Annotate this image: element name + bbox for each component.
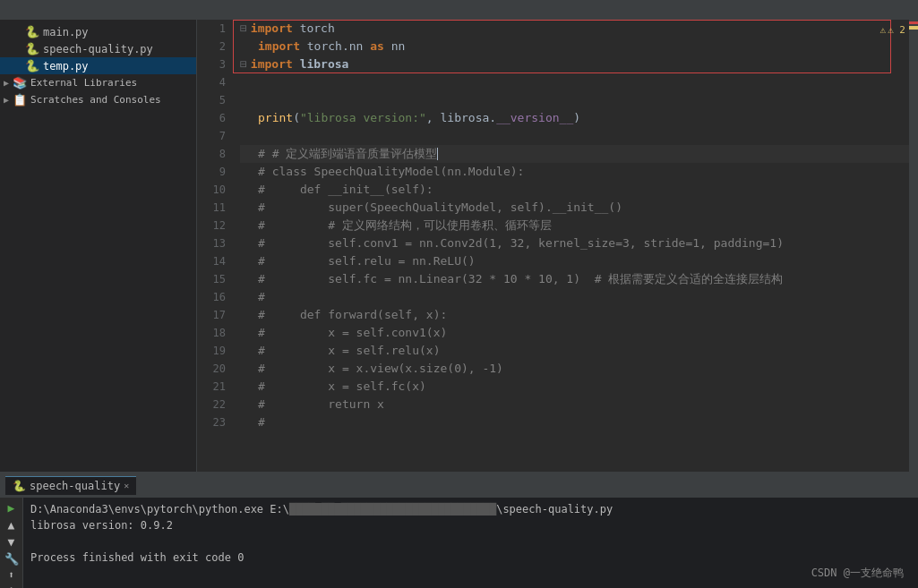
line-num-13: 13 — [197, 234, 226, 252]
fold-icon-3: ⊟ — [240, 55, 247, 73]
external-libraries-header[interactable]: ▶ 📚 External Libraries — [0, 74, 196, 91]
line-num-11: 11 — [197, 199, 226, 217]
line-num-15: 15 — [197, 270, 226, 288]
sidebar-item-temp[interactable]: 🐍 temp.py — [0, 57, 196, 74]
run-settings-button[interactable]: 🔧 — [4, 552, 20, 566]
python-icon-speech: 🐍 — [25, 42, 39, 55]
editor-content: 1 2 3 4 5 6 7 8 9 10 11 12 13 14 15 16 1… — [197, 20, 918, 472]
line-num-8: 8 — [197, 145, 226, 163]
run-tab-speech-quality[interactable]: 🐍 speech-quality ✕ — [5, 476, 136, 495]
run-body: ▶ ▲ ▼ 🔧 ⬆ ⬇ D:\Anaconda3\envs\pytorch\py… — [0, 498, 918, 588]
run-tab-icon: 🐍 — [13, 480, 26, 492]
main-area: 🐍 main.py 🐍 speech-quality.py 🐍 temp.py … — [0, 20, 918, 472]
run-left-bar: ▶ ▲ ▼ 🔧 ⬆ ⬇ — [0, 498, 23, 588]
code-line-8: # # 定义端到端语音质量评估模型 — [240, 145, 909, 163]
code-line-16: # — [240, 288, 909, 306]
line-num-18: 18 — [197, 324, 226, 342]
line-num-10: 10 — [197, 181, 226, 199]
editor-area: 1 2 3 4 5 6 7 8 9 10 11 12 13 14 15 16 1… — [197, 20, 918, 472]
scroll-error-marker — [909, 21, 918, 24]
scratches-icon: 📋 — [13, 93, 27, 107]
cursor — [437, 148, 438, 160]
run-scroll-up-alt[interactable]: ⬆ — [4, 569, 20, 581]
sidebar-item-speech[interactable]: 🐍 speech-quality.py — [0, 40, 196, 57]
code-line-12: # # 定义网络结构，可以使用卷积、循环等层 — [240, 217, 909, 234]
output-blank-line — [30, 533, 911, 550]
line-num-21: 21 — [197, 378, 226, 396]
line-num-1: 1 — [197, 20, 226, 38]
line-num-2: 2 — [197, 38, 226, 55]
code-line-4 — [240, 73, 909, 91]
scratches-label: Scratches and Consoles — [30, 94, 161, 106]
run-output: D:\Anaconda3\envs\pytorch\python.exe E:\… — [23, 498, 918, 588]
run-tab-label: speech-quality — [30, 480, 120, 492]
code-line-10: # def __init__(self): — [240, 181, 909, 199]
line-num-12: 12 — [197, 217, 226, 234]
scroll-warning-marker — [909, 26, 918, 30]
sidebar: 🐍 main.py 🐍 speech-quality.py 🐍 temp.py … — [0, 20, 197, 472]
code-line-18: # x = self.conv1(x) — [240, 324, 909, 342]
line-num-17: 17 — [197, 306, 226, 324]
code-line-15: # self.fc = nn.Linear(32 * 10 * 10, 1) #… — [240, 270, 909, 288]
code-area[interactable]: ⊟ import torch import torch.nn as nn ⊟ i… — [233, 20, 909, 472]
sidebar-file-temp: temp.py — [43, 60, 89, 72]
line-num-5: 5 — [197, 91, 226, 109]
code-line-5 — [240, 91, 909, 109]
line-numbers: 1 2 3 4 5 6 7 8 9 10 11 12 13 14 15 16 1… — [197, 20, 233, 472]
code-line-13: # self.conv1 = nn.Conv2d(1, 32, kernel_s… — [240, 234, 909, 252]
fold-icon-1: ⊟ — [240, 20, 247, 38]
output-path-line: D:\Anaconda3\envs\pytorch\python.exe E:\… — [30, 501, 911, 517]
code-line-6: print("librosa version:", librosa.__vers… — [240, 109, 909, 127]
output-finish-line: Process finished with exit code 0 — [30, 550, 911, 566]
sidebar-file-main: main.py — [43, 26, 89, 38]
code-line-22: # return x — [240, 396, 909, 413]
sidebar-item-main[interactable]: 🐍 main.py — [0, 23, 196, 40]
line-num-7: 7 — [197, 127, 226, 145]
scrollbar-right[interactable] — [909, 20, 918, 472]
line-num-19: 19 — [197, 342, 226, 360]
code-line-14: # self.relu = nn.ReLU() — [240, 252, 909, 270]
code-line-19: # x = self.relu(x) — [240, 342, 909, 360]
code-line-23: # — [240, 413, 909, 431]
python-icon-temp: 🐍 — [25, 59, 39, 72]
line-num-3: 3 — [197, 55, 226, 73]
warning-icon: ⚠ — [880, 21, 887, 39]
triangle-icon-ext: ▶ — [4, 78, 9, 88]
code-line-3: ⊟ import librosa — [240, 55, 909, 73]
sidebar-file-speech: speech-quality.py — [43, 43, 153, 55]
line-num-6: 6 — [197, 109, 226, 127]
code-line-21: # x = self.fc(x) — [240, 378, 909, 396]
python-icon-main: 🐍 — [25, 25, 39, 38]
line-num-20: 20 — [197, 360, 226, 378]
code-line-17: # def forward(self, x): — [240, 306, 909, 324]
warning-badge: ⚠ ⚠ 2 — [880, 20, 906, 39]
warning-count: ⚠ 2 — [888, 21, 905, 39]
line-num-9: 9 — [197, 163, 226, 181]
run-tab-close[interactable]: ✕ — [124, 481, 129, 490]
line-num-22: 22 — [197, 396, 226, 413]
code-line-20: # x = x.view(x.size(0), -1) — [240, 360, 909, 378]
run-scroll-down-button[interactable]: ▼ — [4, 535, 20, 549]
output-version-line: librosa version: 0.9.2 — [30, 517, 911, 533]
line-num-4: 4 — [197, 73, 226, 91]
run-scroll-down-alt[interactable]: ⬇ — [4, 584, 20, 588]
run-panel: 🐍 speech-quality ✕ ▶ ▲ ▼ 🔧 ⬆ ⬇ D:\Anacon… — [0, 472, 918, 588]
scratches-header[interactable]: ▶ 📋 Scratches and Consoles — [0, 91, 196, 108]
code-line-2: import torch.nn as nn — [240, 38, 909, 55]
code-line-9: # class SpeechQualityModel(nn.Module): — [240, 163, 909, 181]
external-libraries-label: External Libraries — [30, 77, 137, 89]
run-tab-bar: 🐍 speech-quality ✕ — [0, 473, 918, 498]
run-scroll-up-button[interactable]: ▲ — [4, 518, 20, 532]
code-line-1: ⊟ import torch — [240, 20, 909, 38]
line-num-16: 16 — [197, 288, 226, 306]
line-num-14: 14 — [197, 252, 226, 270]
line-num-23: 23 — [197, 413, 226, 431]
code-line-7 — [240, 127, 909, 145]
watermark: CSDN @一支绝命鸭 — [811, 565, 904, 581]
library-icon: 📚 — [13, 76, 27, 89]
top-bar — [0, 0, 918, 20]
run-play-button[interactable]: ▶ — [4, 501, 20, 515]
code-line-11: # super(SpeechQualityModel, self).__init… — [240, 199, 909, 217]
triangle-icon-scratch: ▶ — [4, 95, 9, 105]
redacted-path: ████ ██ ████████████████████████ — [289, 503, 496, 516]
